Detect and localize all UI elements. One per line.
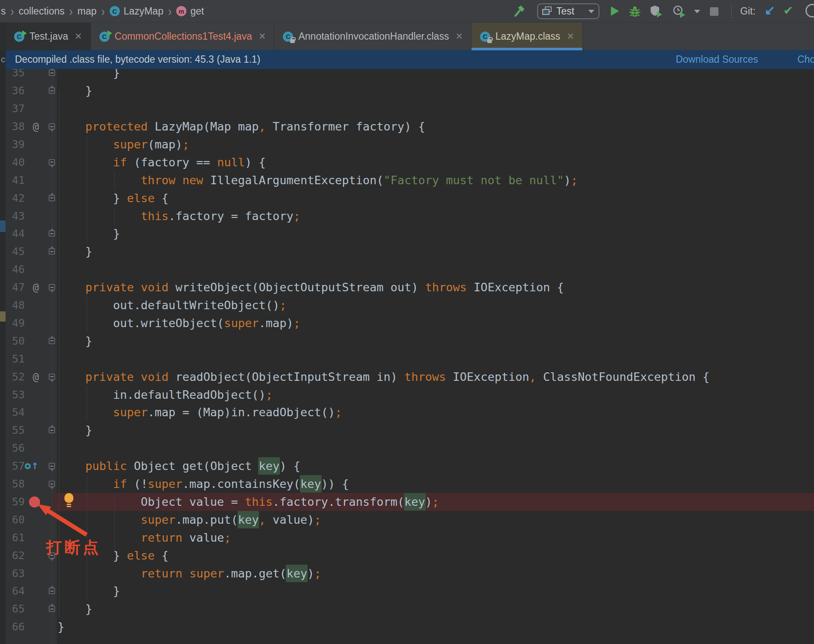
run-with-coverage-button[interactable] bbox=[649, 5, 663, 18]
code-line-65[interactable]: 65} bbox=[0, 600, 814, 618]
annotated-gutter-icon[interactable]: @ bbox=[28, 368, 44, 386]
code-line-61[interactable]: 61return value; bbox=[0, 529, 814, 547]
fold-marker-icon[interactable] bbox=[49, 588, 55, 594]
fold-marker-icon[interactable] bbox=[49, 374, 55, 380]
code-line-51[interactable]: 51 bbox=[0, 350, 814, 368]
code-line-39[interactable]: 39super(map); bbox=[0, 136, 814, 154]
fold-marker-icon[interactable] bbox=[49, 284, 55, 290]
line-number[interactable]: 38 bbox=[0, 118, 25, 136]
code-line-40[interactable]: 40if (factory == null) { bbox=[0, 154, 814, 171]
line-number[interactable]: 47 bbox=[0, 278, 25, 296]
choose-sources-link[interactable]: Choose Sources bbox=[797, 50, 814, 69]
download-sources-link[interactable]: Download Sources bbox=[676, 50, 758, 69]
close-tab-icon[interactable]: × bbox=[259, 31, 266, 42]
line-number[interactable]: 41 bbox=[0, 171, 25, 189]
annotated-gutter-icon[interactable]: @ bbox=[28, 278, 44, 296]
fold-marker-icon[interactable] bbox=[49, 481, 55, 487]
line-number[interactable]: 54 bbox=[0, 403, 25, 421]
line-number[interactable]: 62 bbox=[0, 547, 25, 565]
line-number[interactable]: 57 bbox=[0, 457, 25, 475]
build-hammer-icon[interactable] bbox=[513, 5, 526, 17]
profiler-dropdown-caret[interactable] bbox=[694, 10, 700, 13]
code-line-58[interactable]: 58if (!super.map.containsKey(key)) { bbox=[0, 475, 814, 493]
fold-marker-icon[interactable] bbox=[49, 123, 55, 130]
code-line-52[interactable]: 52@private void readObject(ObjectInputSt… bbox=[0, 368, 814, 386]
breadcrumb-item-get[interactable]: get bbox=[190, 6, 204, 17]
close-tab-icon[interactable]: × bbox=[75, 31, 82, 42]
line-number[interactable]: 63 bbox=[0, 565, 25, 583]
line-number[interactable]: 65 bbox=[0, 600, 25, 618]
line-number[interactable]: 58 bbox=[0, 475, 25, 493]
code-line-59[interactable]: 59Object value = this.factory.transform(… bbox=[0, 493, 814, 511]
fold-marker-icon[interactable] bbox=[49, 87, 55, 94]
code-line-50[interactable]: 50} bbox=[0, 332, 814, 350]
line-number[interactable]: 60 bbox=[0, 511, 25, 529]
code-line-36[interactable]: 36} bbox=[0, 82, 814, 100]
code-line-44[interactable]: 44} bbox=[0, 225, 814, 243]
code-line-47[interactable]: 47@private void writeObject(ObjectOutput… bbox=[0, 278, 814, 296]
line-number[interactable]: 48 bbox=[0, 296, 25, 314]
code-line-43[interactable]: 43this.factory = factory; bbox=[0, 207, 814, 225]
code-line-45[interactable]: 45} bbox=[0, 243, 814, 261]
breadcrumb-item-map[interactable]: map bbox=[78, 6, 97, 17]
line-number[interactable]: 53 bbox=[0, 386, 25, 404]
fold-marker-icon[interactable] bbox=[49, 159, 55, 165]
code-line-38[interactable]: 38@protected LazyMap(Map map, Transforme… bbox=[0, 118, 814, 136]
code-line-66[interactable]: 66} bbox=[0, 618, 814, 636]
code-line-64[interactable]: 64} bbox=[0, 582, 814, 600]
git-update-icon[interactable]: ↙ bbox=[765, 3, 775, 17]
fold-marker-icon[interactable] bbox=[49, 195, 55, 201]
code-line-60[interactable]: 60super.map.put(key, value); bbox=[0, 511, 814, 529]
code-line-62[interactable]: 62} else { bbox=[0, 547, 814, 565]
fold-marker-icon[interactable] bbox=[49, 427, 55, 433]
profiler-button[interactable] bbox=[672, 5, 687, 18]
code-line-41[interactable]: 41throw new IllegalArgumentException("Fa… bbox=[0, 171, 814, 189]
close-tab-icon[interactable]: × bbox=[456, 31, 462, 42]
fold-marker-icon[interactable] bbox=[49, 248, 55, 255]
annotated-gutter-icon[interactable]: @ bbox=[28, 118, 44, 136]
clipped-circle-icon[interactable] bbox=[805, 4, 814, 17]
line-number[interactable]: 52 bbox=[0, 368, 25, 386]
line-number[interactable]: 49 bbox=[0, 314, 25, 332]
line-number[interactable]: 61 bbox=[0, 529, 25, 547]
code-line-53[interactable]: 53in.defaultReadObject(); bbox=[0, 386, 814, 404]
code-line-49[interactable]: 49out.writeObject(super.map); bbox=[0, 314, 814, 332]
stop-button[interactable] bbox=[710, 7, 718, 16]
line-number[interactable]: 66 bbox=[0, 618, 25, 636]
line-number[interactable]: 37 bbox=[0, 100, 25, 118]
line-number[interactable]: 44 bbox=[0, 225, 25, 243]
code-line-55[interactable]: 55} bbox=[0, 421, 814, 439]
editor-pane[interactable]: c 35}36}3738@protected LazyMap(Map map, … bbox=[0, 50, 814, 644]
breadcrumb-item-lazymap[interactable]: LazyMap bbox=[124, 6, 163, 17]
code-line-54[interactable]: 54super.map = (Map)in.readObject(); bbox=[0, 403, 814, 421]
line-number[interactable]: 45 bbox=[0, 243, 25, 261]
line-number[interactable]: 39 bbox=[0, 136, 25, 154]
code-line-37[interactable]: 37 bbox=[0, 100, 814, 118]
close-tab-icon[interactable]: × bbox=[567, 31, 574, 42]
tab-test-java[interactable]: C Test.java × bbox=[6, 23, 91, 50]
line-number[interactable]: 50 bbox=[0, 332, 25, 350]
line-number[interactable]: 42 bbox=[0, 189, 25, 207]
code-line-63[interactable]: 63return super.map.get(key); bbox=[0, 565, 814, 583]
fold-marker-icon[interactable] bbox=[49, 70, 55, 76]
line-number[interactable]: 64 bbox=[0, 582, 25, 600]
run-button[interactable] bbox=[611, 6, 619, 16]
code-line-57[interactable]: 57↑public Object get(Object key) { bbox=[0, 457, 814, 475]
fold-marker-icon[interactable] bbox=[49, 606, 55, 612]
code-line-48[interactable]: 48out.defaultWriteObject(); bbox=[0, 296, 814, 314]
breadcrumb-item[interactable]: s bbox=[1, 6, 6, 17]
line-number[interactable]: 55 bbox=[0, 421, 25, 439]
fold-marker-icon[interactable] bbox=[49, 338, 55, 344]
fold-marker-icon[interactable] bbox=[49, 230, 55, 237]
line-number[interactable]: 43 bbox=[0, 207, 25, 225]
line-number[interactable]: 40 bbox=[0, 154, 25, 171]
code-line-56[interactable]: 56 bbox=[0, 439, 814, 457]
line-number[interactable]: 51 bbox=[0, 350, 25, 368]
tab-lazymap-class[interactable]: C LazyMap.class × bbox=[471, 23, 583, 50]
code-line-46[interactable]: 46 bbox=[0, 261, 814, 278]
breadcrumb-item-collections[interactable]: collections bbox=[19, 6, 64, 17]
fold-marker-icon[interactable] bbox=[49, 463, 55, 469]
run-configuration-selector[interactable]: Test bbox=[537, 3, 599, 19]
code-line-42[interactable]: 42} else { bbox=[0, 189, 814, 207]
line-number[interactable]: 46 bbox=[0, 261, 25, 278]
